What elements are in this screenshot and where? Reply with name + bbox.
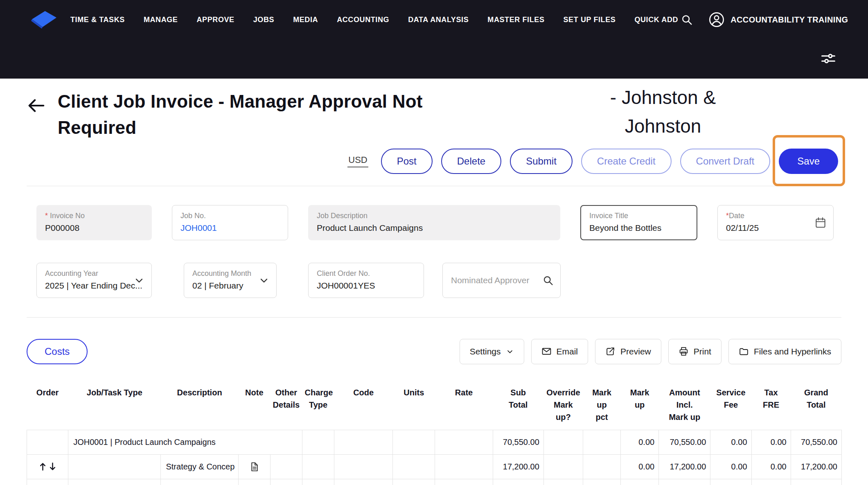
- invoice-no-field[interactable]: * Invoice No P000008: [36, 205, 152, 240]
- nav-data-analysis[interactable]: DATA ANALYSIS: [408, 16, 469, 24]
- calendar-icon[interactable]: [814, 217, 827, 229]
- invoice-title-value[interactable]: Beyond the Bottles: [589, 223, 688, 233]
- delete-button[interactable]: Delete: [441, 149, 501, 174]
- col-override-mark-up: Override Mark up?: [543, 382, 583, 430]
- create-credit-button[interactable]: Create Credit: [581, 149, 672, 174]
- search-icon[interactable]: [681, 14, 693, 26]
- mark-up-cell: [621, 479, 659, 485]
- mark-up-cell: 0.00: [621, 454, 659, 479]
- preview-icon: [605, 346, 615, 356]
- table-row-cost-line: Strategy & Concep 17,200.00 0.00 17,200.…: [27, 454, 842, 479]
- nav-manage[interactable]: MANAGE: [144, 16, 178, 24]
- nav-master-files[interactable]: MASTER FILES: [487, 16, 544, 24]
- rate-cell[interactable]: [435, 479, 493, 485]
- email-button[interactable]: Email: [531, 339, 588, 364]
- job-task-type-cell[interactable]: [68, 454, 161, 479]
- preview-label: Preview: [620, 347, 651, 356]
- sub-total-cell: 17,200.00: [493, 454, 543, 479]
- col-tax-fre: Tax FRE: [751, 382, 791, 430]
- accounting-year-value[interactable]: 2025 | Year Ending Dec...: [45, 280, 143, 291]
- chevron-down-icon[interactable]: [133, 275, 145, 286]
- client-order-no-field[interactable]: Client Order No. JOH00001YES: [308, 263, 424, 298]
- back-arrow-icon[interactable]: [27, 97, 46, 114]
- nav-time-tasks[interactable]: TIME & TASKS: [70, 16, 125, 24]
- col-order: Order: [27, 382, 68, 430]
- col-charge-type: Charge Type: [302, 382, 334, 430]
- move-up-icon[interactable]: [39, 462, 46, 471]
- print-button[interactable]: Print: [668, 339, 721, 364]
- files-and-hyperlinks-button[interactable]: Files and Hyperlinks: [728, 339, 841, 364]
- chevron-down-icon[interactable]: [258, 275, 270, 286]
- invoice-title-field[interactable]: Invoice Title Beyond the Bottles: [580, 205, 697, 240]
- accounting-year-field[interactable]: Accounting Year 2025 | Year Ending Dec..…: [36, 263, 152, 298]
- client-order-no-value[interactable]: JOH00001YES: [317, 280, 415, 291]
- move-down-icon[interactable]: [49, 462, 56, 471]
- accounting-month-field[interactable]: Accounting Month 02 | February: [184, 263, 277, 298]
- charge-type-cell[interactable]: [302, 479, 334, 485]
- client-name: - Johnston & Johnston: [581, 83, 745, 141]
- costs-tab-button[interactable]: Costs: [27, 339, 88, 364]
- accounting-month-value[interactable]: 02 | February: [192, 280, 268, 291]
- search-icon[interactable]: [542, 275, 554, 286]
- filters-icon[interactable]: [821, 52, 836, 65]
- order-cell: [27, 479, 68, 485]
- convert-draft-button[interactable]: Convert Draft: [680, 149, 771, 174]
- email-icon: [541, 346, 552, 356]
- currency-selector[interactable]: USD: [347, 155, 368, 167]
- divider: [27, 186, 841, 186]
- account-name[interactable]: ACCOUNTABILITY TRAINING: [730, 15, 848, 25]
- date-value[interactable]: 02/11/25: [726, 223, 825, 233]
- amount-incl-mark-up-cell: 70,550.00: [659, 430, 710, 454]
- col-grand-total: Grand Total: [791, 382, 841, 430]
- description-cell[interactable]: Strategy & Concep: [161, 454, 238, 479]
- sub-total-cell: [493, 479, 543, 485]
- costs-table: Order Job/Task Type Description Note Oth…: [27, 382, 842, 485]
- rate-cell[interactable]: [435, 454, 493, 479]
- settings-button[interactable]: Settings: [460, 339, 524, 364]
- nominated-approver-field[interactable]: Nominated Approver: [442, 263, 561, 298]
- description-cell[interactable]: [161, 479, 238, 485]
- save-button[interactable]: Save: [779, 149, 838, 174]
- folder-icon: [739, 346, 749, 356]
- nominated-approver-placeholder: Nominated Approver: [451, 275, 552, 285]
- nav-quick-add[interactable]: QUICK ADD: [634, 16, 678, 24]
- chevron-down-icon: [506, 347, 514, 356]
- code-cell[interactable]: [334, 454, 393, 479]
- service-fee-cell: [710, 479, 751, 485]
- col-units: Units: [393, 382, 435, 430]
- submit-button[interactable]: Submit: [510, 149, 573, 174]
- post-button[interactable]: Post: [381, 149, 433, 174]
- app-logo-icon[interactable]: [29, 9, 59, 30]
- nav-approve[interactable]: APPROVE: [196, 16, 234, 24]
- sub-total-cell: 70,550.00: [493, 430, 543, 454]
- note-cell[interactable]: [238, 479, 270, 485]
- col-job-task-type: Job/Task Type: [68, 382, 161, 430]
- mark-up-pct-cell[interactable]: [583, 479, 620, 485]
- override-mark-up-cell[interactable]: [543, 479, 583, 485]
- col-service-fee: Service Fee: [710, 382, 751, 430]
- col-code: Code: [334, 382, 393, 430]
- code-cell[interactable]: [334, 479, 393, 485]
- job-task-type-cell[interactable]: [68, 479, 161, 485]
- service-fee-cell: 0.00: [710, 454, 751, 479]
- nav-accounting[interactable]: ACCOUNTING: [337, 16, 389, 24]
- note-cell[interactable]: [238, 454, 270, 479]
- charge-type-cell[interactable]: [302, 454, 334, 479]
- other-details-cell[interactable]: [270, 454, 302, 479]
- other-details-cell[interactable]: [270, 479, 302, 485]
- print-icon: [679, 346, 689, 356]
- override-mark-up-cell[interactable]: [543, 454, 583, 479]
- units-cell[interactable]: [393, 454, 435, 479]
- job-no-field[interactable]: Job No. JOH0001: [172, 205, 288, 240]
- preview-button[interactable]: Preview: [595, 339, 661, 364]
- nav-set-up-files[interactable]: SET UP FILES: [564, 16, 616, 24]
- tax-fre-cell: [751, 479, 791, 485]
- user-avatar-icon[interactable]: [708, 11, 725, 28]
- job-description-field[interactable]: Job Description Product Launch Campaigns: [308, 205, 560, 240]
- mark-up-pct-cell[interactable]: [583, 454, 620, 479]
- units-cell[interactable]: [393, 479, 435, 485]
- nav-jobs[interactable]: JOBS: [253, 16, 274, 24]
- job-no-value[interactable]: JOH0001: [180, 223, 280, 233]
- nav-media[interactable]: MEDIA: [293, 16, 318, 24]
- date-field[interactable]: *Date 02/11/25: [717, 205, 834, 240]
